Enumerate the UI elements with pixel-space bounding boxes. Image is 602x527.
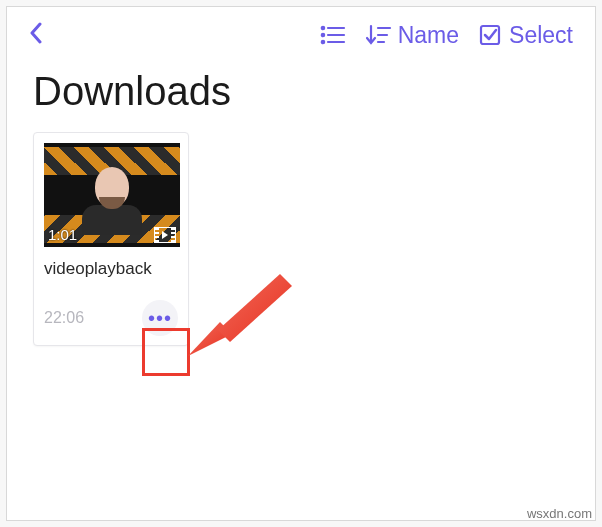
sort-button[interactable]: Name [366, 22, 459, 49]
file-time: 22:06 [44, 309, 84, 327]
svg-point-0 [322, 27, 324, 29]
app-window: Name Select Downloads 1:01 videoplayback… [6, 6, 596, 521]
card-footer: 22:06 ••• [44, 299, 178, 337]
view-list-button[interactable] [320, 24, 346, 46]
more-dots-icon: ••• [148, 307, 172, 330]
video-thumbnail: 1:01 [44, 143, 180, 247]
more-options-button[interactable]: ••• [142, 300, 178, 336]
file-grid: 1:01 videoplayback 22:06 ••• [7, 132, 595, 346]
svg-rect-10 [481, 26, 499, 44]
video-icon [154, 227, 176, 243]
sort-label: Name [398, 22, 459, 49]
video-duration: 1:01 [48, 226, 77, 243]
checkbox-icon [479, 24, 503, 46]
select-button[interactable]: Select [479, 22, 573, 49]
select-label: Select [509, 22, 573, 49]
svg-point-2 [322, 41, 324, 43]
list-icon [320, 24, 346, 46]
page-title: Downloads [7, 63, 595, 132]
top-toolbar: Name Select [7, 7, 595, 63]
file-name: videoplayback [44, 247, 178, 299]
back-button[interactable] [29, 22, 43, 48]
watermark: wsxdn.com [527, 506, 592, 521]
file-card[interactable]: 1:01 videoplayback 22:06 ••• [33, 132, 189, 346]
sort-down-icon [366, 24, 392, 46]
chevron-left-icon [29, 22, 43, 44]
svg-point-1 [322, 34, 324, 36]
